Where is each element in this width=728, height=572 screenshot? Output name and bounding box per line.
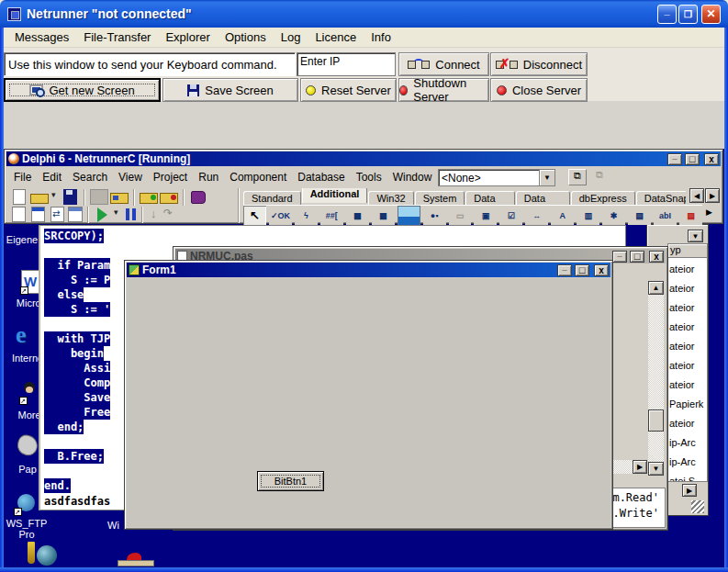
separator[interactable] — [133, 189, 135, 206]
tabs-scroll-left-icon[interactable] — [689, 188, 704, 203]
window-border-left[interactable] — [0, 26, 4, 567]
get-new-screen-button[interactable]: Get new Screen — [4, 78, 161, 102]
file-type-cell[interactable]: ateior — [668, 376, 707, 395]
form1-client-area[interactable]: BitBtn1 — [127, 278, 610, 527]
file-type-cell[interactable]: ateior — [668, 414, 707, 433]
shutdown-server-button[interactable]: Shutdown Server — [398, 78, 489, 102]
maskedit-icon[interactable]: ##[ — [320, 206, 343, 226]
ip-input[interactable] — [300, 55, 392, 68]
tab-datasnap[interactable]: DataSnap — [636, 191, 686, 205]
colorbox-icon[interactable]: ▤ — [679, 206, 702, 226]
form1-titlebar[interactable]: Form1 — [127, 263, 610, 277]
file-type-cell[interactable]: ateior — [668, 279, 707, 298]
menu-info[interactable]: Info — [364, 28, 398, 46]
minimize-button[interactable] — [557, 264, 572, 276]
delphi-titlebar[interactable]: Delphi 6 - NetrunnerC [Running] — [6, 151, 721, 166]
delphi-menu-edit[interactable]: Edit — [37, 170, 67, 185]
run-icon[interactable] — [97, 207, 107, 222]
tab-dbexpress[interactable]: dbExpress — [571, 191, 635, 205]
desktop-layout-combo[interactable]: <None> ▼ — [438, 169, 555, 186]
help-icon[interactable] — [191, 191, 206, 204]
close-button[interactable] — [594, 264, 609, 276]
set-debug-desktop-icon[interactable]: ⧉ — [590, 169, 609, 185]
file-type-cell[interactable]: ip-Arc — [668, 453, 707, 472]
speedbutton-icon[interactable]: ϟ — [295, 206, 318, 226]
file-type-cell[interactable]: ateior — [668, 356, 707, 376]
new-icon[interactable] — [13, 189, 26, 205]
menu-licence[interactable]: Licence — [308, 28, 364, 46]
typ-column-header[interactable]: yp — [668, 244, 707, 258]
maximize-button[interactable] — [575, 264, 589, 276]
explorer-hscroll-right-icon[interactable] — [682, 484, 697, 497]
open-dropdown-icon[interactable] — [50, 189, 60, 205]
run-dropdown-icon[interactable] — [113, 207, 122, 222]
step-over-icon[interactable] — [162, 207, 175, 222]
delphi-menu-run[interactable]: Run — [193, 170, 224, 185]
image-icon[interactable] — [398, 206, 420, 226]
separator[interactable] — [84, 189, 85, 206]
menu-explorer[interactable]: Explorer — [158, 28, 217, 46]
address-dropdown-icon[interactable] — [688, 230, 703, 242]
separator[interactable] — [87, 207, 89, 223]
delphi-menu-search[interactable]: Search — [67, 170, 113, 185]
disconnect-button[interactable]: ✗ Disconnect — [490, 52, 588, 76]
add-file-to-project-icon[interactable] — [140, 193, 158, 204]
close-button[interactable] — [701, 5, 721, 24]
save-all-icon[interactable] — [90, 189, 108, 205]
delphi-menu-component[interactable]: Component — [224, 170, 292, 185]
maximize-button[interactable] — [630, 251, 644, 263]
delphi-menu-tools[interactable]: Tools — [351, 170, 387, 185]
minimize-button[interactable] — [612, 251, 627, 263]
tab-win32[interactable]: Win32 — [368, 191, 413, 205]
statictext-icon[interactable]: A — [551, 206, 574, 226]
desktop-icon-shoe[interactable] — [118, 553, 158, 567]
palette-more-icon[interactable]: ▶ — [706, 207, 712, 217]
editor-vscrollbar[interactable] — [648, 281, 664, 476]
save-screen-button[interactable]: Save Screen — [162, 78, 298, 102]
window-border-right[interactable] — [724, 26, 728, 567]
view-form-icon[interactable] — [31, 207, 45, 222]
delphi-menu-view[interactable]: View — [113, 170, 148, 185]
file-type-cell[interactable]: ip-Arc — [668, 433, 707, 453]
stringgrid-icon[interactable]: ▦ — [346, 206, 369, 226]
open-project-icon[interactable] — [110, 193, 129, 204]
desktop-icon-trumpet-globe[interactable] — [26, 542, 62, 567]
delphi-menu-project[interactable]: Project — [148, 170, 193, 185]
labelededit-icon[interactable]: abI — [654, 206, 677, 226]
drawgrid-icon[interactable]: ▦ — [372, 206, 395, 226]
view-unit-icon[interactable] — [12, 207, 26, 222]
applicationevents-icon[interactable]: ✱ — [602, 206, 625, 226]
file-type-cell[interactable]: ateior — [668, 260, 707, 279]
scroll-right-icon[interactable] — [633, 460, 647, 474]
remove-file-from-project-icon[interactable] — [160, 193, 178, 204]
selector-arrow-icon[interactable]: ↖ — [243, 206, 266, 226]
bevel-icon[interactable]: ▭ — [449, 206, 472, 226]
delphi-menu-database[interactable]: Database — [292, 170, 350, 185]
close-server-button[interactable]: Close Server — [490, 78, 588, 102]
separator[interactable] — [183, 189, 185, 206]
controlbar-icon[interactable]: ▥ — [577, 206, 599, 226]
open-icon[interactable] — [30, 194, 49, 204]
trace-into-icon[interactable] — [148, 207, 161, 222]
checklistbox-icon[interactable]: ☑ — [499, 206, 522, 226]
scrollbox-icon[interactable]: ▣ — [474, 206, 497, 226]
toggle-form-unit-icon[interactable] — [50, 207, 64, 222]
desktop-icon-eigene-dateien[interactable]: Eigene — [4, 234, 40, 245]
tab-data-controls[interactable]: Data Controls — [516, 191, 570, 205]
bitbtn-icon[interactable]: ✓OK — [269, 206, 292, 226]
netrunner-titlebar[interactable]: Netrunner "not connected" — [0, 0, 728, 28]
shape-icon[interactable]: ●▪ — [423, 206, 446, 226]
tab-standard[interactable]: Standard — [243, 191, 301, 205]
menu-file-transfer[interactable]: File-Transfer — [76, 28, 158, 46]
close-button[interactable] — [649, 251, 664, 263]
tab-additional[interactable]: Additional — [302, 188, 368, 203]
close-button[interactable] — [704, 153, 719, 165]
minimize-button[interactable] — [667, 153, 682, 165]
scroll-down-icon[interactable] — [648, 462, 664, 476]
file-type-cell[interactable]: atei S — [668, 472, 707, 482]
connect-button[interactable]: Connect — [398, 52, 489, 76]
file-type-cell[interactable]: Papierk — [668, 395, 707, 414]
file-type-cell[interactable]: ateior — [668, 298, 707, 318]
scroll-up-icon[interactable] — [648, 281, 664, 295]
maximize-button[interactable] — [685, 153, 700, 165]
